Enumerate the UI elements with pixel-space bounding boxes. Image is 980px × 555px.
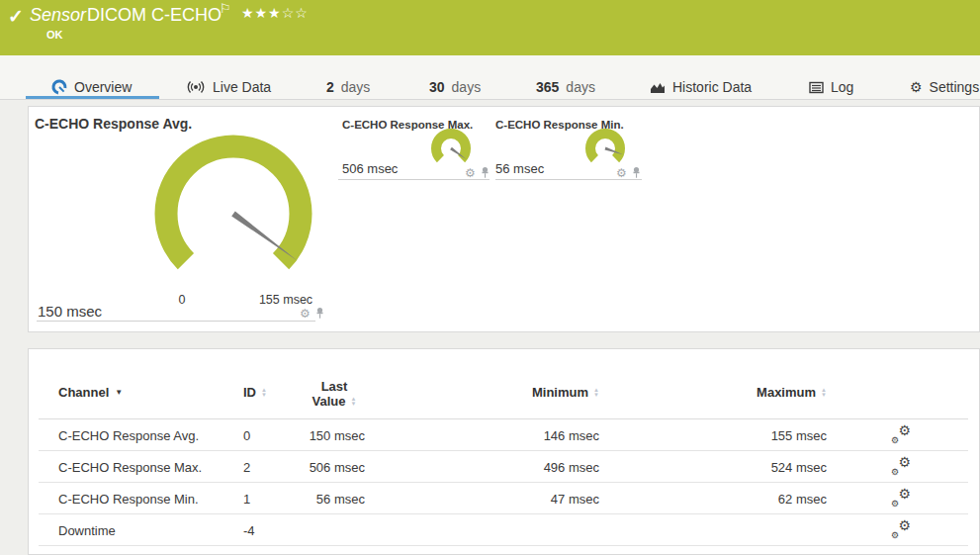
- sensor-status-header: ✓ Sensor DICOM C-ECHO ⚐ ★★★☆☆ OK: [0, 0, 980, 55]
- tab-365-days[interactable]: 365 days: [536, 77, 595, 97]
- channel-maximum: [678, 514, 827, 546]
- tab-live-data-label: Live Data: [213, 79, 271, 95]
- gauge-max-widget-icons: ⚙: [465, 166, 490, 179]
- column-header-maximum[interactable]: Maximum ▲▼: [678, 385, 827, 400]
- tab-30-days-label: days: [452, 79, 482, 95]
- column-header-id[interactable]: ID ▲▼: [243, 385, 283, 400]
- widget-pin-icon[interactable]: [631, 166, 642, 179]
- sort-arrows-icon: ▲▼: [351, 397, 357, 407]
- widget-gear-icon[interactable]: ⚙: [616, 167, 627, 179]
- channel-last-value: 150 msec: [266, 419, 365, 451]
- column-header-value-label: Value: [312, 394, 346, 409]
- channel-settings-button[interactable]: ⚙⚙: [887, 419, 915, 451]
- gauge-avg-scale-min: 0: [172, 293, 192, 307]
- status-ok-check-icon: ✓: [8, 5, 24, 28]
- channel-maximum: 155 msec: [678, 419, 827, 451]
- gears-icon: ⚙⚙: [891, 458, 911, 476]
- tab-30-days-number: 30: [429, 79, 445, 95]
- widget-gear-icon[interactable]: ⚙: [465, 167, 476, 179]
- channel-name: C-ECHO Response Min.: [58, 483, 236, 514]
- active-tab-underline: [26, 96, 159, 99]
- tab-log-label: Log: [831, 79, 853, 95]
- gauge-max-dial: [429, 127, 473, 170]
- gauge-min-value: 56 msec: [495, 161, 544, 176]
- table-row: C-ECHO Response Avg. 0 150 msec 146 msec…: [39, 419, 968, 451]
- table-header-row: Channel ▼ ID ▲▼ Last Value ▲▼ Minimum ▲▼…: [39, 379, 968, 419]
- gauge-avg-scale-max: 155 msec: [256, 293, 315, 307]
- stars-filled[interactable]: ★★★: [241, 5, 282, 21]
- sensor-overview-page: ✓ Sensor DICOM C-ECHO ⚐ ★★★☆☆ OK Overvie…: [0, 0, 980, 555]
- gauge-icon: [51, 79, 67, 95]
- tab-2-days[interactable]: 2 days: [326, 77, 370, 97]
- gauge-max-divider: [338, 179, 490, 180]
- tab-365-days-number: 365: [536, 79, 559, 95]
- channel-settings-button[interactable]: ⚙⚙: [887, 451, 915, 483]
- channel-name: Downtime: [58, 514, 236, 546]
- table-row: C-ECHO Response Max. 2 506 msec 496 msec…: [39, 451, 968, 483]
- channel-minimum: 47 msec: [451, 483, 599, 514]
- sort-caret-down-icon: ▼: [115, 388, 123, 397]
- gear-icon: ⚙: [910, 79, 923, 95]
- table-row: C-ECHO Response Min. 1 56 msec 47 msec 6…: [39, 483, 968, 514]
- broadcast-icon: [186, 80, 206, 94]
- tab-30-days[interactable]: 30 days: [429, 77, 481, 97]
- channel-settings-button[interactable]: ⚙⚙: [887, 483, 915, 514]
- priority-stars[interactable]: ★★★☆☆: [241, 5, 309, 21]
- gauge-avg-dial: [139, 120, 327, 308]
- column-header-id-label: ID: [243, 385, 256, 400]
- tab-overview-label: Overview: [74, 79, 132, 95]
- channel-last-value: 506 msec: [266, 451, 365, 483]
- gears-icon: ⚙⚙: [891, 426, 911, 444]
- tab-overview[interactable]: Overview: [51, 77, 132, 97]
- channel-minimum: [451, 514, 599, 546]
- channels-table-panel: Channel ▼ ID ▲▼ Last Value ▲▼ Minimum ▲▼…: [28, 348, 980, 555]
- table-row: Downtime -4 ⚙⚙: [39, 514, 968, 546]
- tab-live-data[interactable]: Live Data: [186, 77, 271, 97]
- channel-settings-button[interactable]: ⚙⚙: [887, 514, 915, 546]
- column-header-last-label: Last: [321, 379, 348, 394]
- flag-icon[interactable]: ⚐: [220, 1, 231, 16]
- gauge-max-value: 506 msec: [342, 161, 398, 176]
- widget-pin-icon[interactable]: [314, 307, 325, 320]
- gauge-avg-widget-icons: ⚙: [300, 307, 325, 320]
- gears-icon: ⚙⚙: [891, 490, 911, 508]
- sort-arrows-icon: ▲▼: [593, 388, 599, 398]
- sort-arrows-icon: ▲▼: [821, 388, 827, 398]
- widget-pin-icon[interactable]: [480, 166, 490, 179]
- sensor-title: DICOM C-ECHO: [87, 5, 222, 26]
- sort-arrows-icon: ▲▼: [261, 388, 267, 398]
- column-header-minimum[interactable]: Minimum ▲▼: [451, 385, 599, 400]
- channel-minimum: 146 msec: [451, 419, 599, 451]
- channel-maximum: 62 msec: [678, 483, 827, 514]
- column-header-channel-label: Channel: [58, 385, 109, 400]
- channel-minimum: 496 msec: [451, 451, 599, 483]
- area-chart-icon: [650, 81, 666, 94]
- channel-name: C-ECHO Response Avg.: [58, 419, 236, 451]
- column-header-last-value[interactable]: Last Value ▲▼: [290, 379, 379, 409]
- tab-settings-label: Settings: [930, 79, 980, 95]
- tab-log[interactable]: Log: [809, 77, 853, 97]
- column-header-minimum-label: Minimum: [532, 385, 588, 400]
- gauge-avg-divider: [37, 321, 315, 322]
- tab-2-days-label: days: [341, 79, 371, 95]
- gauge-avg-value: 150 msec: [38, 303, 102, 320]
- tab-365-days-label: days: [566, 79, 595, 95]
- channel-name: C-ECHO Response Max.: [58, 451, 236, 483]
- tab-2-days-number: 2: [326, 79, 334, 95]
- column-header-channel[interactable]: Channel ▼: [58, 385, 236, 400]
- channel-maximum: 524 msec: [678, 451, 827, 483]
- widget-gear-icon[interactable]: ⚙: [300, 308, 311, 320]
- gauge-min-widget-icons: ⚙: [616, 166, 642, 179]
- channel-last-value: 56 msec: [266, 483, 365, 514]
- tab-settings[interactable]: ⚙ Settings: [910, 77, 979, 97]
- status-badge: OK: [46, 29, 63, 41]
- tab-historic-data[interactable]: Historic Data: [650, 77, 752, 97]
- gears-icon: ⚙⚙: [891, 521, 911, 539]
- channel-last-value: [266, 514, 365, 546]
- stars-empty[interactable]: ☆☆: [282, 5, 309, 21]
- tab-historic-data-label: Historic Data: [672, 79, 752, 95]
- gauge-min-dial: [583, 127, 627, 170]
- log-list-icon: [809, 81, 824, 94]
- column-header-maximum-label: Maximum: [757, 385, 816, 400]
- object-kind-label: Sensor: [30, 5, 86, 26]
